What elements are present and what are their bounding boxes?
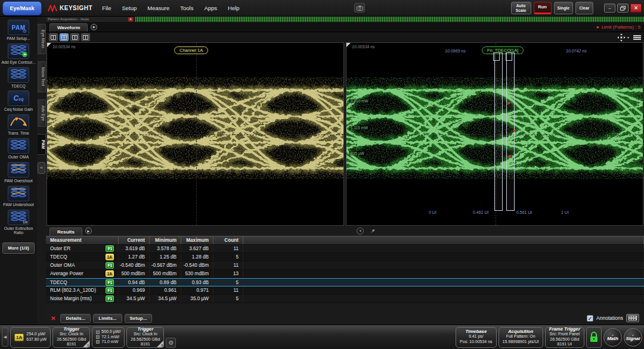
results-expand-icon[interactable]: ▶	[85, 228, 92, 234]
panel-title: Acquisition	[503, 329, 539, 334]
tdecq-window-left[interactable]	[494, 52, 503, 211]
table-row[interactable]: Noise Margin (rms)F1 34.5 µW 34.5 µW 35.…	[46, 295, 644, 303]
menu-file[interactable]: File	[102, 5, 111, 11]
clear-button[interactable]: Clear	[575, 2, 593, 14]
function-levels-panel[interactable]: 500.0 µW/ 72.1 mW/ 71.0 mW	[92, 327, 125, 348]
frame-trigger-panel[interactable]: Frame Trigger Src: Front Panel 26.562500…	[545, 327, 584, 348]
limit-dot-icon: ●	[596, 24, 599, 30]
measurement-name: Average Power	[50, 271, 83, 276]
tab-eye-meas[interactable]: Eye Meas	[38, 24, 46, 54]
waveform-tab-expand-icon[interactable]: ▶	[91, 24, 97, 30]
menu-help[interactable]: Help	[228, 5, 240, 11]
maximum-value: 1.28 dB	[181, 253, 213, 261]
layout-quad-button[interactable]	[70, 33, 79, 41]
function-label-pill[interactable]: Fn: TDECQ[1A]	[482, 46, 524, 54]
trigger-panel-2[interactable]: Trigger Src: Clock In 26.562500 GBd 8191…	[126, 327, 164, 348]
math-menu-button[interactable]: ▲Math	[603, 328, 622, 347]
restore-button[interactable]	[617, 4, 628, 13]
annotations-grid-button[interactable]	[626, 314, 639, 322]
settings-gear-button[interactable]: ⚙	[166, 338, 176, 348]
menu-apps[interactable]: Apps	[204, 5, 217, 11]
right-eye-panel[interactable]: 10.00534 ns 10.0965 ns Fn: TDECQ[1A] 10.…	[346, 42, 643, 226]
tab-mask-test[interactable]: Mask Test	[38, 61, 46, 92]
trigger-panel-1[interactable]: Trigger Src: Clock In 26.562500 GBd 8191…	[52, 327, 90, 348]
sidebar-item-trans-time[interactable]: Trans. Time	[8, 114, 29, 136]
signal-menu-button[interactable]: ▲Signal	[624, 328, 642, 347]
results-collapse-icon[interactable]: ▼	[357, 228, 364, 235]
col-measurement[interactable]: Measurement	[46, 236, 119, 244]
outer-oma-icon	[8, 138, 29, 154]
col-maximum[interactable]: Maximum	[181, 236, 213, 244]
tab-results[interactable]: Results	[49, 228, 82, 236]
screenshot-camera-button[interactable]	[354, 3, 365, 13]
timebase-panel[interactable]: Timebase 9.41 ps/ Pos: 10.00534 ns	[456, 327, 497, 348]
background-window-strip[interactable]: Pattern Acquisition - Hops ✕	[46, 17, 644, 22]
details-button[interactable]: Details...	[60, 314, 91, 323]
limits-button[interactable]: Limits...	[93, 314, 122, 323]
tdecq-window-handle[interactable]	[493, 52, 500, 61]
sidebar-item-add-eye-contour[interactable]: + Add Eye Contour...	[1, 43, 35, 65]
auto-scale-button[interactable]: Auto Scale	[511, 2, 531, 14]
menu-tools[interactable]: Tools	[180, 5, 193, 11]
table-row-selected[interactable]: TDECQF1 0.94 dB 0.89 dB 0.93 dB 5	[46, 278, 644, 286]
table-row[interactable]: TDECQ1A 1.27 dB 1.25 dB 1.28 dB 5	[46, 253, 644, 261]
results-panel: Results ▶ ▼ 📌︎ Measurement Current Minim…	[46, 226, 644, 325]
sidebar-item-label: Trans. Time	[8, 131, 29, 136]
table-row[interactable]: Average Power1A 500 mdBm 500 mdBm 530 md…	[46, 270, 644, 278]
eye-mask-mode-button[interactable]: Eye/Mask	[2, 1, 42, 15]
graticule-horizontal	[47, 135, 343, 135]
run-button[interactable]: Run	[534, 2, 552, 14]
sidebar-item-pam-setup[interactable]: PAM⚙ PAM Setup...	[7, 20, 30, 41]
table-row[interactable]: Outer OMAF1 -0.540 dBm -0.567 dBm -0.540…	[46, 261, 644, 270]
sidebar-item-label: Add Eye Contour...	[1, 60, 35, 65]
ui-axis-label: 0 UI	[429, 210, 436, 214]
annotations-checkbox[interactable]: ✓	[587, 315, 593, 322]
tab-waveform[interactable]: Waveform	[49, 23, 88, 32]
statusbar-scroll-left-button[interactable]: ◀	[2, 328, 8, 347]
plot-menu-button[interactable]	[633, 35, 641, 40]
sidebar-item-outer-oma[interactable]: Outer OMA	[8, 138, 29, 160]
minimize-button[interactable]: –	[604, 4, 615, 13]
col-current[interactable]: Current	[119, 236, 150, 244]
acquisition-panel[interactable]: Acquisition Full Pattern: On 15.98998901…	[499, 327, 543, 348]
pin-icon[interactable]: 📌︎	[370, 228, 375, 234]
pattern-lock-button[interactable]	[586, 327, 602, 348]
tdecq-window-right[interactable]	[506, 52, 515, 211]
sidebar-item-pam-overshoot[interactable]: PAM Overshoot	[4, 162, 32, 183]
channel-label-pill[interactable]: Channel 1A	[174, 46, 208, 54]
trigger-pattern-length: 8191	[57, 342, 86, 347]
tab-adv-eye[interactable]: Adv Eye	[38, 99, 46, 127]
close-button[interactable]: ✕	[630, 4, 642, 13]
layout-stacked-button[interactable]	[81, 33, 90, 41]
minimum-value: 3.578 dB	[150, 245, 181, 253]
col-count[interactable]: Count	[213, 236, 243, 244]
menu-measure[interactable]: Measure	[147, 5, 169, 11]
source-badge: F1	[106, 279, 114, 286]
tab-pam[interactable]: PAM	[38, 134, 46, 155]
delete-measurement-icon[interactable]: ✕	[51, 315, 55, 322]
menu-setup[interactable]: Setup	[122, 5, 137, 11]
single-button[interactable]: Single	[554, 2, 573, 14]
channel-1a-panel[interactable]: 1A 254.0 µW/ 637.80 µW	[10, 327, 51, 348]
count-value: 11	[213, 245, 243, 253]
sample-point-marker	[513, 130, 516, 132]
pan-dropdown-icon[interactable]: ▼	[627, 36, 630, 39]
table-row[interactable]: RLM (802.3 A_120D)F1 0.969 0.961 0.971 1…	[46, 286, 644, 295]
channel-1a-eye-diagram	[47, 43, 343, 225]
layout-single-button[interactable]	[49, 33, 58, 41]
background-window-close-icon[interactable]: ✕	[128, 17, 133, 21]
table-row[interactable]: Outer ERF1 3.619 dB 3.578 dB 3.627 dB 11	[46, 245, 644, 253]
more-tools-button[interactable]: More (1/3)	[2, 242, 34, 254]
tdecq-window-handle[interactable]	[506, 52, 512, 61]
sidebar-item-outer-extinction-ratio[interactable]: 1/0 Outer Extinction Ratio	[1, 210, 36, 236]
layout-split-button[interactable]	[60, 33, 69, 41]
col-minimum[interactable]: Minimum	[150, 236, 181, 244]
setup-button[interactable]: Setup...	[125, 314, 153, 323]
pan-tool-button[interactable]: ▼	[617, 33, 630, 42]
timebase-position: Pos: 10.00534 ns	[460, 339, 493, 345]
sidebar-item-pam-undershoot[interactable]: PAM Undershoot	[3, 186, 33, 207]
left-eye-panel[interactable]: 10.00534 ns Channel 1A	[47, 42, 344, 226]
sidebar-item-tdecq[interactable]: TDECQ	[8, 67, 29, 89]
sidebar-collapse-button[interactable]: «	[38, 162, 45, 174]
sidebar-item-ceq-noise-gain[interactable]: Ceq Ceq Noise Gain	[4, 91, 33, 112]
